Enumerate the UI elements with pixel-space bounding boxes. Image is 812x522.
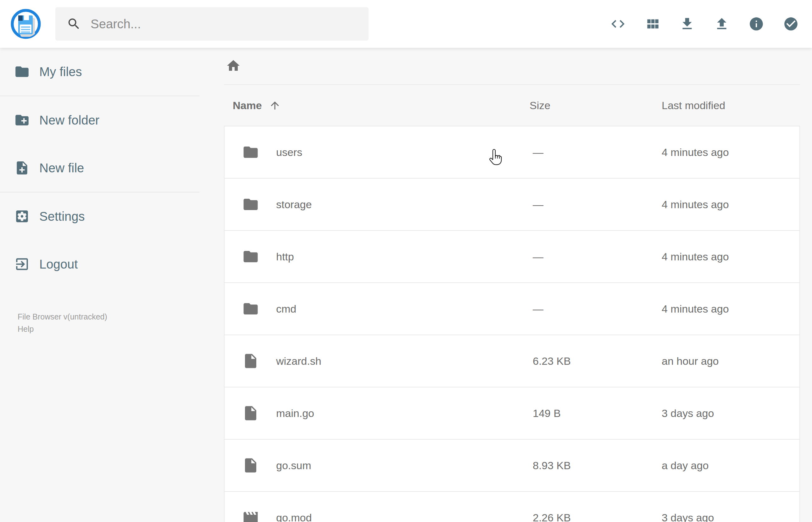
sidebar-item-new-file[interactable]: New file xyxy=(0,144,199,192)
new-folder-icon xyxy=(14,112,30,128)
file-size: 149 B xyxy=(533,407,561,420)
file-modified: a day ago xyxy=(662,459,709,472)
help-link[interactable]: Help xyxy=(18,323,199,335)
download-icon xyxy=(679,16,695,32)
file-name: cmd xyxy=(276,303,296,315)
file-name: wizard.sh xyxy=(276,355,321,367)
folder-icon xyxy=(242,144,259,161)
file-modified: 3 days ago xyxy=(662,511,714,522)
column-header-size[interactable]: Size xyxy=(530,99,550,112)
upload-button[interactable] xyxy=(714,16,730,32)
file-name: users xyxy=(276,146,302,159)
sidebar: My files New folder New file Settings Lo… xyxy=(0,48,199,335)
file-icon xyxy=(242,457,259,474)
file-size: — xyxy=(533,250,544,263)
breadcrumb-home-button[interactable] xyxy=(226,58,241,74)
file-name: go.mod xyxy=(276,511,312,522)
file-row-http[interactable]: http — 4 minutes ago xyxy=(224,230,800,283)
file-modified: an hour ago xyxy=(662,355,719,367)
select-multiple-button[interactable] xyxy=(783,16,799,32)
sidebar-item-logout[interactable]: Logout xyxy=(0,240,199,288)
upload-icon xyxy=(714,16,730,32)
sidebar-item-my-files[interactable]: My files xyxy=(0,48,199,96)
search-icon xyxy=(67,17,81,31)
raw-download-button[interactable] xyxy=(610,16,626,32)
logout-icon xyxy=(14,256,30,272)
sidebar-item-label: Logout xyxy=(39,257,78,272)
file-modified: 4 minutes ago xyxy=(662,250,729,263)
file-row-storage[interactable]: storage — 4 minutes ago xyxy=(224,178,800,231)
folder-icon xyxy=(242,300,259,317)
file-row-main-go[interactable]: main.go 149 B 3 days ago xyxy=(224,387,800,440)
column-header-name[interactable]: Name xyxy=(233,99,281,112)
switch-view-button[interactable] xyxy=(645,16,661,32)
file-modified: 4 minutes ago xyxy=(662,198,729,211)
file-name: http xyxy=(276,250,294,263)
check-circle-icon xyxy=(783,16,799,32)
file-listing: users — 4 minutes ago storage — 4 minute… xyxy=(224,126,800,522)
folder-icon xyxy=(242,196,259,213)
file-name: go.sum xyxy=(276,459,311,472)
file-name: storage xyxy=(276,198,312,211)
floppy-disk-icon xyxy=(10,8,41,40)
top-header: Search... xyxy=(0,0,812,48)
sort-asc-icon xyxy=(269,99,281,111)
search-placeholder: Search... xyxy=(90,17,141,31)
search-bar[interactable]: Search... xyxy=(55,7,369,41)
sidebar-credits: File Browser v(untracked) Help xyxy=(0,311,199,335)
file-size: 6.23 KB xyxy=(533,355,571,367)
folder-icon xyxy=(14,64,30,80)
file-row-users[interactable]: users — 4 minutes ago xyxy=(224,126,800,179)
file-size: — xyxy=(533,146,544,159)
info-button[interactable] xyxy=(749,16,764,32)
new-file-icon xyxy=(14,160,30,176)
home-icon xyxy=(226,58,241,73)
file-icon xyxy=(242,405,259,422)
file-icon xyxy=(242,353,259,369)
file-row-go-mod[interactable]: go.mod 2.26 KB 3 days ago xyxy=(224,491,800,522)
grid-view-icon xyxy=(645,16,661,32)
folder-icon xyxy=(242,248,259,265)
download-button[interactable] xyxy=(679,16,695,32)
file-row-cmd[interactable]: cmd — 4 minutes ago xyxy=(224,282,800,335)
file-size: — xyxy=(533,303,544,315)
file-size: 8.93 KB xyxy=(533,459,571,472)
file-modified: 3 days ago xyxy=(662,407,714,420)
sidebar-item-new-folder[interactable]: New folder xyxy=(0,96,199,144)
header-actions xyxy=(610,16,799,32)
file-row-go-sum[interactable]: go.sum 8.93 KB a day ago xyxy=(224,439,800,492)
sidebar-item-label: My files xyxy=(39,65,82,79)
settings-icon xyxy=(14,208,30,224)
sidebar-item-label: Settings xyxy=(39,209,85,224)
listing-header: Name Size Last modified xyxy=(224,85,800,126)
movie-icon xyxy=(242,509,259,522)
version-link[interactable]: File Browser v(untracked) xyxy=(18,311,199,323)
breadcrumb xyxy=(224,48,800,85)
file-size: 2.26 KB xyxy=(533,511,571,522)
sidebar-item-settings[interactable]: Settings xyxy=(0,193,199,240)
info-icon xyxy=(749,16,764,32)
file-row-wizard-sh[interactable]: wizard.sh 6.23 KB an hour ago xyxy=(224,335,800,387)
sidebar-item-label: New file xyxy=(39,161,84,175)
file-size: — xyxy=(533,198,544,211)
file-listing-area: Name Size Last modified users — 4 minute… xyxy=(199,48,812,522)
file-modified: 4 minutes ago xyxy=(662,146,729,159)
filebrowser-logo[interactable] xyxy=(10,8,41,40)
file-name: main.go xyxy=(276,407,314,420)
code-icon xyxy=(610,16,626,32)
column-header-modified[interactable]: Last modified xyxy=(662,99,725,112)
file-modified: 4 minutes ago xyxy=(662,303,729,315)
sidebar-item-label: New folder xyxy=(39,113,99,127)
